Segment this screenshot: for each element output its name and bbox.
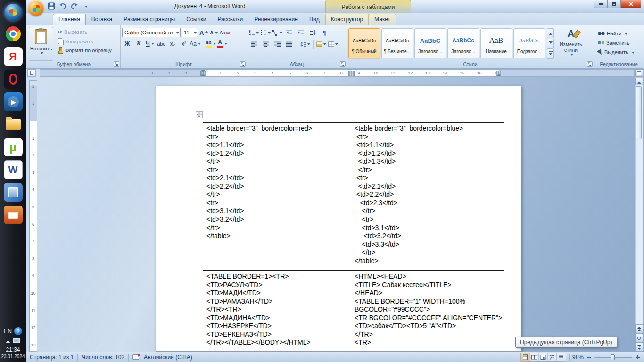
align-center-button[interactable] [260, 39, 271, 49]
numbering-button[interactable] [260, 28, 271, 38]
table-move-handle[interactable] [196, 111, 203, 118]
bullets-button[interactable] [248, 28, 259, 38]
styles-scroll-down-button[interactable] [547, 39, 554, 49]
proofing-status-icon[interactable] [132, 354, 139, 360]
align-right-button[interactable] [272, 39, 283, 49]
tab-stop-selector[interactable] [27, 69, 36, 77]
right-indent-marker[interactable] [497, 73, 501, 76]
language-status[interactable]: Английский (США) [140, 354, 196, 361]
superscript-button[interactable]: x² [179, 39, 189, 49]
subscript-button[interactable]: x₂ [167, 39, 178, 49]
zoom-in-button[interactable] [635, 354, 640, 360]
format-painter-button[interactable]: Формат по образцу [55, 46, 114, 54]
clear-formatting-button[interactable]: Аа [219, 30, 230, 36]
close-button[interactable] [620, 0, 641, 8]
style-normal[interactable]: AaBbCcDc¶ Обычный [348, 28, 380, 58]
strikethrough-button[interactable]: abc [156, 39, 166, 49]
change-case-button[interactable]: Aa [190, 39, 200, 49]
style-h1[interactable]: AaBbCЗаголово... [414, 28, 446, 58]
previous-page-button[interactable] [635, 324, 643, 333]
font-color-button[interactable]: А [217, 39, 227, 49]
next-page-button[interactable] [635, 343, 643, 352]
tab-вид[interactable]: Вид [304, 14, 325, 25]
outline-view-button[interactable] [548, 353, 557, 361]
tab-ссылки[interactable]: Ссылки [181, 14, 212, 25]
highlight-color-button[interactable]: ab [206, 39, 216, 49]
paragraph-dialog-launcher[interactable] [340, 61, 346, 67]
zoom-slider[interactable] [594, 354, 632, 361]
chrome-icon[interactable] [4, 25, 23, 43]
style-h2[interactable]: AaBbCcЗаголово... [447, 28, 479, 58]
grow-font-button[interactable]: А [199, 29, 208, 37]
blue-app-icon[interactable] [4, 183, 23, 202]
display-tray-icon[interactable] [13, 338, 20, 343]
qat-customize-button[interactable] [81, 1, 90, 11]
language-indicator[interactable]: EN [4, 328, 12, 335]
media-player-icon[interactable]: ▶ [4, 92, 23, 111]
doc-cell-bottom-left[interactable]: <TABLE BORDER=1><TR> <TD>РАСУЛ</TD> <TD>… [206, 272, 349, 347]
document-page[interactable]: <table border="3" bordercolor=red> <tr> … [156, 86, 521, 352]
line-spacing-button[interactable] [300, 39, 311, 49]
copy-button[interactable]: Копировать [55, 37, 114, 45]
doc-cell-bottom-right[interactable]: <HTML><HEAD> <TITLE> Сабак кестесі</TITL… [355, 272, 502, 347]
shrink-font-button[interactable]: А [209, 30, 218, 36]
increase-indent-button[interactable] [296, 28, 306, 38]
scrollbar-thumb[interactable] [636, 86, 642, 139]
multilevel-list-button[interactable] [272, 28, 283, 38]
font-dialog-launcher[interactable] [240, 61, 246, 67]
style-nospace[interactable]: AaBbCcDc¶ Без инте... [381, 28, 413, 58]
maximize-button[interactable] [608, 0, 620, 8]
start-button[interactable] [5, 4, 22, 21]
cut-button[interactable]: ✂Вырезать [55, 28, 114, 36]
tab-макет[interactable]: Макет [369, 14, 396, 25]
select-browse-object-button[interactable] [635, 334, 643, 342]
doc-cell-top-right[interactable]: <table border="3" bordercolor=blue> <tr>… [355, 124, 502, 265]
word-count[interactable]: Число слов: 102 [78, 354, 128, 361]
styles-dialog-launcher[interactable] [587, 61, 593, 67]
word-app-icon[interactable]: W [4, 160, 23, 179]
style-title[interactable]: AaBНазвание [480, 28, 512, 58]
select-button[interactable]: Выделить [595, 49, 642, 56]
undo-button[interactable] [58, 1, 67, 11]
tab-вставка[interactable]: Вставка [86, 14, 118, 25]
save-button[interactable] [47, 1, 56, 11]
zoom-out-button[interactable] [586, 354, 592, 360]
page-indicator[interactable]: Страница: 1 из 1 [26, 354, 77, 361]
align-left-button[interactable] [248, 39, 259, 49]
zoom-level[interactable]: 98% [572, 354, 584, 361]
redo-button[interactable] [69, 1, 79, 11]
ruler-toggle-button[interactable] [635, 69, 643, 77]
shading-button[interactable] [316, 39, 327, 49]
scroll-up-button[interactable] [635, 78, 643, 85]
borders-button[interactable] [328, 39, 339, 49]
show-hidden-icons-arrow[interactable] [6, 338, 10, 343]
find-button[interactable]: Найти [595, 30, 642, 37]
print-layout-view-button[interactable] [521, 353, 530, 361]
zoom-slider-thumb[interactable] [611, 354, 615, 360]
left-indent-marker[interactable] [201, 73, 205, 76]
underline-button[interactable]: Ч [145, 39, 155, 49]
bold-button[interactable]: Ж [122, 39, 132, 49]
decrease-indent-button[interactable] [284, 28, 295, 38]
office-button[interactable] [28, 0, 44, 16]
opera-icon[interactable] [4, 70, 23, 89]
style-subtitle[interactable]: AaBbCc.Подзагол... [513, 28, 545, 58]
font-name-combo[interactable]: Calibri (Основной те [122, 28, 181, 37]
styles-gallery-expand-button[interactable] [547, 49, 554, 59]
horizontal-ruler[interactable]: 3211234567891011121314151617 [40, 69, 635, 77]
fullscreen-reading-view-button[interactable] [530, 353, 539, 361]
help-icon[interactable]: ? [14, 327, 22, 335]
powerpoint-icon[interactable] [4, 206, 23, 224]
clock[interactable]: 21:34 23.01.2024 [1, 346, 25, 359]
table-column-marker[interactable] [348, 71, 355, 76]
font-size-combo[interactable]: 11 [182, 28, 198, 37]
clipboard-dialog-launcher[interactable] [114, 61, 119, 67]
yandex-browser-icon[interactable]: Я [4, 47, 23, 66]
change-styles-button[interactable]: А Изменить стили [556, 27, 586, 60]
replace-button[interactable]: Заменить [595, 39, 642, 47]
sort-button[interactable] [307, 28, 318, 38]
italic-button[interactable]: К [133, 39, 144, 49]
vertical-ruler[interactable]: 2112345678910111213 [29, 80, 37, 352]
draft-view-button[interactable] [557, 353, 566, 361]
web-layout-view-button[interactable] [539, 353, 548, 361]
